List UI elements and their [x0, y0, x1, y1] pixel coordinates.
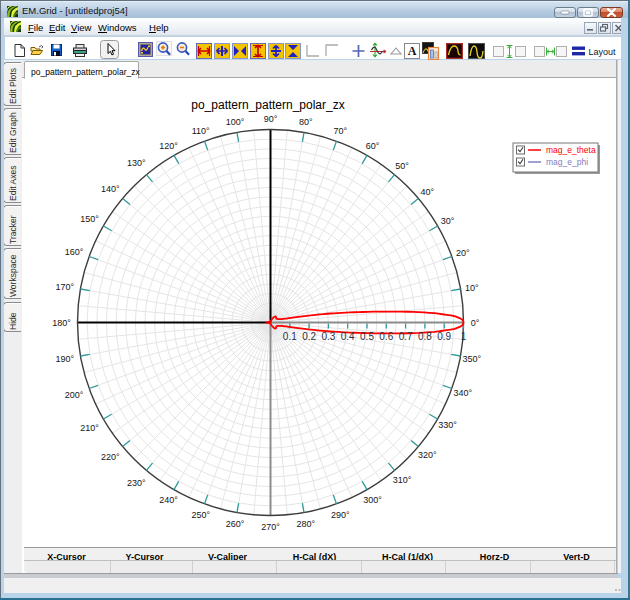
svg-text:120°: 120°: [159, 141, 178, 151]
svg-text:310°: 310°: [393, 475, 412, 485]
svg-text:110°: 110°: [192, 126, 210, 136]
svg-text:A: A: [408, 44, 417, 58]
svg-text:90°: 90°: [264, 114, 278, 124]
svg-text:0.1: 0.1: [283, 331, 297, 342]
svg-text:0.7: 0.7: [399, 331, 413, 342]
svg-text:10°: 10°: [465, 283, 479, 293]
svg-text:150°: 150°: [80, 214, 99, 224]
svg-text:1: 1: [461, 331, 467, 342]
svg-text:270°: 270°: [261, 522, 280, 532]
svg-text:0.3: 0.3: [321, 331, 335, 342]
svg-text:160°: 160°: [65, 247, 84, 257]
svg-text:Layout: Layout: [589, 47, 617, 57]
svg-text:290°: 290°: [331, 510, 350, 520]
svg-text:190°: 190°: [55, 354, 74, 364]
svg-text:mag_e_phi: mag_e_phi: [546, 157, 588, 167]
svg-text:300°: 300°: [363, 495, 382, 505]
svg-text:0.4: 0.4: [341, 331, 355, 342]
svg-text:130°: 130°: [127, 158, 146, 168]
svg-text:60°: 60°: [366, 141, 380, 151]
svg-text:350°: 350°: [463, 354, 482, 364]
svg-text:180°: 180°: [52, 318, 71, 328]
svg-text:0.2: 0.2: [302, 331, 316, 342]
svg-text:240°: 240°: [159, 495, 178, 505]
svg-text:170°: 170°: [55, 282, 74, 292]
svg-text:280°: 280°: [297, 519, 316, 529]
svg-text:mag_e_theta: mag_e_theta: [546, 145, 596, 155]
svg-text:40°: 40°: [420, 187, 434, 197]
svg-text:80°: 80°: [299, 117, 313, 127]
svg-text:0.6: 0.6: [379, 331, 393, 342]
svg-text:0.5: 0.5: [360, 331, 374, 342]
svg-text:0.8: 0.8: [418, 331, 432, 342]
svg-text:100°: 100°: [226, 117, 245, 127]
svg-text:330°: 330°: [438, 420, 457, 430]
svg-text:210°: 210°: [80, 423, 99, 433]
svg-text:200°: 200°: [65, 390, 84, 400]
svg-text:140°: 140°: [101, 184, 120, 194]
svg-text:0.9: 0.9: [437, 331, 451, 342]
svg-text:220°: 220°: [101, 452, 120, 462]
svg-text:po_pattern_pattern_polar_zx: po_pattern_pattern_polar_zx: [191, 98, 344, 112]
svg-text:50°: 50°: [395, 161, 409, 171]
svg-text:230°: 230°: [127, 478, 146, 488]
svg-text:340°: 340°: [453, 388, 472, 398]
svg-text:0°: 0°: [471, 318, 480, 328]
svg-text:320°: 320°: [418, 450, 437, 460]
svg-text:30°: 30°: [441, 216, 455, 226]
svg-text:20°: 20°: [456, 248, 470, 258]
svg-text:260°: 260°: [226, 519, 245, 529]
svg-text:250°: 250°: [191, 510, 210, 520]
svg-text:70°: 70°: [333, 126, 347, 136]
